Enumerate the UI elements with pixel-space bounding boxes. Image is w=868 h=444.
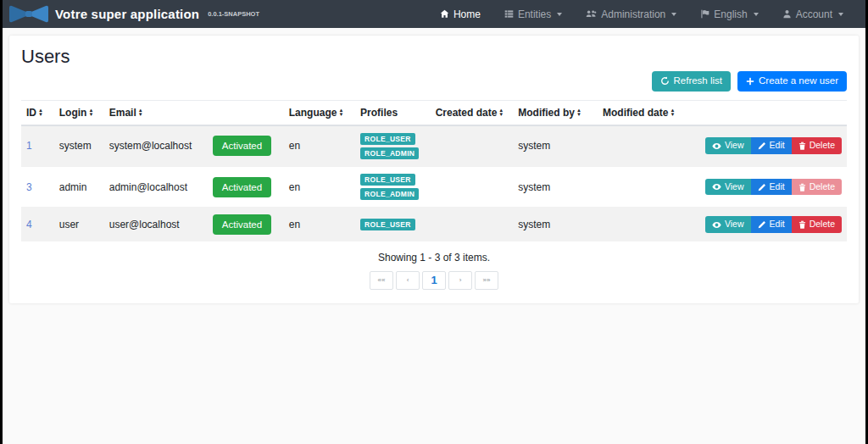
toolbar: Refresh list Create a new user bbox=[21, 71, 847, 92]
navbar-menu: Home Entities Administration English Acc… bbox=[430, 3, 854, 25]
refresh-list-button[interactable]: Refresh list bbox=[652, 71, 732, 92]
role-badge: ROLE_USER bbox=[360, 219, 415, 230]
header-modified-by[interactable]: Modified by▲▼ bbox=[513, 100, 598, 125]
eye-icon bbox=[712, 142, 721, 150]
profiles-cell: ROLE_USER ROLE_ADMIN bbox=[360, 133, 426, 159]
user-icon bbox=[782, 9, 792, 19]
login-cell: system bbox=[54, 125, 104, 167]
sort-icon: ▲▼ bbox=[38, 108, 43, 117]
role-badge: ROLE_ADMIN bbox=[360, 188, 419, 200]
view-button[interactable]: View bbox=[705, 179, 751, 196]
edit-button[interactable]: Edit bbox=[751, 137, 792, 154]
header-login[interactable]: Login▲▼ bbox=[54, 100, 104, 125]
email-cell: user@localhost bbox=[104, 208, 208, 242]
modified-date-cell bbox=[598, 208, 700, 242]
create-user-button[interactable]: Create a new user bbox=[737, 71, 847, 92]
nav-item-label: Entities bbox=[518, 8, 551, 20]
language-cell: en bbox=[284, 125, 355, 167]
nav-item-account[interactable]: Account bbox=[772, 3, 854, 25]
delete-button[interactable]: Delete bbox=[792, 137, 842, 154]
nav-item-entities[interactable]: Entities bbox=[494, 3, 572, 25]
user-id-link[interactable]: 1 bbox=[26, 140, 32, 152]
first-page-button[interactable]: «« bbox=[370, 271, 393, 290]
header-id[interactable]: ID▲▼ bbox=[21, 100, 54, 125]
chevron-down-icon bbox=[838, 13, 843, 16]
nav-item-home[interactable]: Home bbox=[430, 3, 491, 25]
chevron-down-icon bbox=[671, 13, 676, 16]
activated-button[interactable]: Activated bbox=[213, 214, 271, 235]
next-page-button[interactable]: › bbox=[448, 271, 472, 290]
screenshot-frame: Votre super application 0.0.1-SNAPSHOT H… bbox=[0, 0, 868, 444]
user-id-link[interactable]: 4 bbox=[26, 219, 32, 230]
trash-icon bbox=[798, 220, 806, 229]
page-title: Users bbox=[21, 46, 847, 68]
created-date-cell bbox=[431, 125, 514, 167]
trash-icon bbox=[798, 183, 806, 191]
role-badge: ROLE_USER bbox=[360, 174, 415, 186]
plus-icon bbox=[746, 77, 754, 86]
pencil-icon bbox=[758, 220, 766, 229]
nav-item-language[interactable]: English bbox=[690, 3, 768, 25]
trash-icon bbox=[798, 142, 806, 150]
create-user-label: Create a new user bbox=[759, 76, 838, 86]
modified-date-cell bbox=[598, 125, 700, 167]
sort-icon: ▲▼ bbox=[498, 108, 504, 117]
pager-controls: «« ‹ 1 › »» bbox=[370, 271, 498, 290]
profiles-cell: ROLE_USER ROLE_ADMIN bbox=[360, 174, 426, 200]
activated-button[interactable]: Activated bbox=[213, 136, 271, 156]
home-icon bbox=[440, 9, 449, 19]
language-cell: en bbox=[284, 208, 355, 242]
brand[interactable]: Votre super application 0.0.1-SNAPSHOT bbox=[8, 3, 259, 25]
app-version: 0.0.1-SNAPSHOT bbox=[208, 10, 259, 18]
modified-by-cell: system bbox=[513, 166, 598, 207]
refresh-list-label: Refresh list bbox=[674, 76, 723, 86]
table-row: 3 admin admin@localhost Activated en ROL… bbox=[21, 166, 847, 207]
eye-icon bbox=[712, 183, 721, 191]
pencil-icon bbox=[758, 183, 766, 191]
header-email[interactable]: Email▲▼ bbox=[104, 100, 208, 125]
language-cell: en bbox=[284, 166, 355, 207]
th-list-icon bbox=[504, 9, 514, 19]
created-date-cell bbox=[431, 208, 514, 242]
header-modified-date[interactable]: Modified date▲▼ bbox=[598, 100, 700, 125]
user-id-link[interactable]: 3 bbox=[26, 181, 32, 193]
app-window: Votre super application 0.0.1-SNAPSHOT H… bbox=[3, 0, 865, 444]
email-cell: admin@localhost bbox=[104, 166, 208, 207]
nav-item-administration[interactable]: Administration bbox=[576, 3, 687, 25]
current-page-button[interactable]: 1 bbox=[422, 271, 446, 290]
nav-item-label: English bbox=[714, 8, 747, 20]
view-button[interactable]: View bbox=[705, 216, 751, 233]
chevron-down-icon bbox=[557, 13, 562, 16]
edit-button[interactable]: Edit bbox=[751, 179, 792, 196]
sort-icon: ▲▼ bbox=[338, 108, 343, 117]
app-title: Votre super application bbox=[55, 7, 199, 21]
activated-button[interactable]: Activated bbox=[213, 177, 271, 197]
role-badge: ROLE_USER bbox=[360, 133, 415, 145]
login-cell: admin bbox=[54, 166, 104, 207]
row-actions: View Edit Delete bbox=[705, 179, 842, 196]
refresh-icon bbox=[660, 76, 670, 86]
edit-button[interactable]: Edit bbox=[751, 216, 792, 233]
modified-date-cell bbox=[598, 166, 700, 207]
sort-icon: ▲▼ bbox=[138, 108, 143, 117]
chevron-down-icon bbox=[754, 13, 759, 16]
email-cell: system@localhost bbox=[104, 125, 208, 167]
prev-page-button[interactable]: ‹ bbox=[396, 271, 420, 290]
header-language[interactable]: Language▲▼ bbox=[284, 100, 355, 125]
table-header: ID▲▼ Login▲▼ Email▲▼ Language▲▼ Profiles… bbox=[21, 100, 847, 125]
header-actions bbox=[700, 100, 847, 125]
header-profiles: Profiles bbox=[355, 100, 431, 125]
row-actions: View Edit Delete bbox=[705, 216, 842, 233]
flag-icon bbox=[700, 9, 709, 19]
navbar: Votre super application 0.0.1-SNAPSHOT H… bbox=[3, 0, 865, 28]
header-created-date[interactable]: Created date▲▼ bbox=[431, 100, 514, 125]
pagination-summary: Showing 1 - 3 of 3 items. bbox=[21, 252, 847, 264]
sort-icon: ▲▼ bbox=[576, 108, 581, 117]
delete-button-disabled: Delete bbox=[792, 179, 842, 196]
nav-item-label: Administration bbox=[601, 8, 665, 20]
sort-icon: ▲▼ bbox=[670, 108, 675, 117]
delete-button[interactable]: Delete bbox=[792, 216, 842, 233]
view-button[interactable]: View bbox=[705, 137, 751, 154]
header-status bbox=[208, 100, 284, 125]
last-page-button[interactable]: »» bbox=[475, 271, 498, 290]
